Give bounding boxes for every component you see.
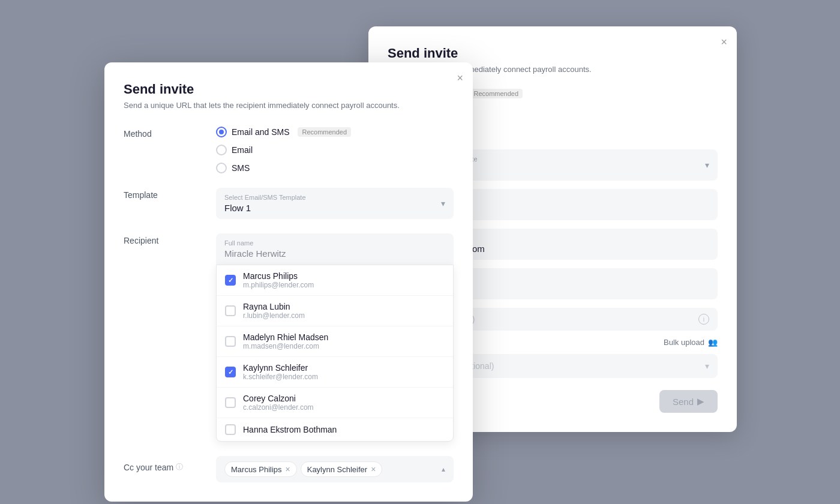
method-radio-group: Email and SMS Recommended Email SMS — [216, 127, 454, 173]
recipient-row: Recipient Full name Miracle Herwitz Marc… — [124, 233, 454, 442]
template-content: Select Email/SMS Template Flow 1 ▾ — [216, 188, 454, 219]
radio-email[interactable]: Email — [216, 145, 454, 155]
cc-info-icon: ⓘ — [176, 462, 183, 472]
bg-bulk-upload-icon: 👥 — [708, 338, 718, 347]
dropdown-item-kaylynn[interactable]: Kaylynn Schleifer k.schleifer@lender.com — [217, 357, 453, 388]
cc-field-chevron-icon: ▴ — [442, 465, 445, 473]
bg-send-label: Send — [673, 397, 694, 407]
checkbox-corey[interactable] — [225, 397, 236, 408]
dropdown-item-name-corey: Corey Calzoni — [243, 394, 314, 403]
radio-sms[interactable]: SMS — [216, 163, 454, 173]
checkbox-marcus[interactable] — [225, 275, 236, 286]
dropdown-item-name-kaylynn: Kaylynn Schleifer — [243, 363, 318, 373]
cc-tag-label-marcus: Marcus Philips — [231, 465, 282, 474]
dropdown-item-email-madelyn: m.madsen@lender.com — [243, 342, 328, 350]
dropdown-item-info: Marcus Philips m.philips@lender.com — [243, 271, 314, 289]
radio-circle-email — [216, 145, 227, 155]
recipient-dropdown: Marcus Philips m.philips@lender.com Rayn… — [216, 265, 454, 442]
cc-tag-kaylynn[interactable]: Kaylynn Schleifer × — [301, 461, 383, 477]
dropdown-item-marcus[interactable]: Marcus Philips m.philips@lender.com — [217, 265, 453, 296]
dropdown-item-info-rayna: Rayna Lubin r.lubin@lender.com — [243, 302, 305, 320]
cc-tag-marcus[interactable]: Marcus Philips × — [224, 461, 297, 477]
method-row: Method Email and SMS Recommended Email S… — [124, 127, 454, 173]
radio-label-email-sms: Email and SMS — [232, 127, 289, 137]
dropdown-item-email-rayna: r.lubin@lender.com — [243, 311, 305, 320]
bg-members-chevron-icon: ▾ — [705, 361, 709, 371]
template-dropdown-label: Select Email/SMS Template — [224, 194, 445, 201]
template-dropdown-chevron-icon: ▾ — [441, 199, 445, 208]
bg-send-arrow-icon: ▶ — [697, 396, 704, 407]
foreground-modal: × Send invite Send a unique URL that let… — [104, 62, 473, 502]
cc-tag-remove-kaylynn[interactable]: × — [371, 464, 376, 474]
dropdown-item-rayna[interactable]: Rayna Lubin r.lubin@lender.com — [217, 296, 453, 326]
cc-members-field[interactable]: Marcus Philips × Kaylynn Schleifer × ▴ — [216, 456, 454, 482]
radio-label-sms: SMS — [232, 163, 250, 173]
dropdown-item-name-hanna: Hanna Ekstrom Bothman — [243, 425, 337, 434]
dropdown-item-email-kaylynn: k.schleifer@lender.com — [243, 373, 318, 381]
recipient-field[interactable]: Full name Miracle Herwitz — [216, 233, 454, 265]
bg-template-chevron-icon: ▾ — [705, 160, 709, 170]
fg-close-button[interactable]: × — [457, 72, 463, 85]
recipient-content: Full name Miracle Herwitz Marcus Philips… — [216, 233, 454, 442]
checkbox-madelyn[interactable] — [225, 336, 236, 347]
method-content: Email and SMS Recommended Email SMS — [216, 127, 454, 173]
template-dropdown[interactable]: Select Email/SMS Template Flow 1 ▾ — [216, 188, 454, 219]
dropdown-item-email-marcus: m.philips@lender.com — [243, 281, 314, 289]
checkbox-hanna[interactable] — [225, 424, 236, 435]
radio-label-email: Email — [232, 145, 253, 155]
fg-modal-title: Send invite — [124, 82, 454, 97]
dropdown-item-info-kaylynn: Kaylynn Schleifer k.schleifer@lender.com — [243, 363, 318, 381]
radio-email-sms[interactable]: Email and SMS Recommended — [216, 127, 454, 137]
method-label: Method — [124, 127, 202, 173]
dropdown-item-email-corey: c.calzoni@lender.com — [243, 403, 314, 412]
dropdown-item-info-madelyn: Madelyn Rhiel Madsen m.madsen@lender.com — [243, 332, 328, 350]
bg-modal-title: Send invite — [388, 46, 718, 61]
radio-circle-email-sms — [216, 127, 227, 137]
cc-team-row: Cc your team ⓘ Marcus Philips × Kaylynn … — [124, 456, 454, 482]
bg-bulk-upload-label[interactable]: Bulk upload — [664, 338, 704, 347]
radio-circle-sms — [216, 163, 227, 173]
recipient-field-label: Full name — [224, 239, 445, 247]
dropdown-item-corey[interactable]: Corey Calzoni c.calzoni@lender.com — [217, 388, 453, 418]
dropdown-item-name-rayna: Rayna Lubin — [243, 302, 305, 311]
template-row: Template Select Email/SMS Template Flow … — [124, 188, 454, 219]
recipient-field-value: Miracle Herwitz — [224, 248, 445, 259]
bg-info-icon: i — [698, 314, 709, 325]
recipient-label: Recipient — [124, 233, 202, 442]
cc-tag-label-kaylynn: Kaylynn Schleifer — [307, 465, 367, 474]
bg-recommended-badge: Recommended — [469, 89, 523, 98]
bg-close-button[interactable]: × — [721, 36, 727, 49]
dropdown-item-name-marcus: Marcus Philips — [243, 271, 314, 281]
fg-modal-subtitle: Send a unique URL that lets the recipien… — [124, 101, 454, 110]
cc-label-text: Cc your team — [124, 463, 173, 472]
checkbox-kaylynn[interactable] — [225, 367, 236, 377]
template-label: Template — [124, 188, 202, 219]
recommended-badge: Recommended — [298, 127, 351, 137]
bg-send-button[interactable]: Send ▶ — [659, 390, 718, 413]
dropdown-item-hanna[interactable]: Hanna Ekstrom Bothman — [217, 418, 453, 441]
cc-tag-remove-marcus[interactable]: × — [286, 464, 290, 474]
template-dropdown-value: Flow 1 — [224, 203, 445, 213]
dropdown-item-madelyn[interactable]: Madelyn Rhiel Madsen m.madsen@lender.com — [217, 326, 453, 357]
cc-label: Cc your team ⓘ — [124, 456, 202, 472]
dropdown-item-name-madelyn: Madelyn Rhiel Madsen — [243, 332, 328, 342]
dropdown-item-info-hanna: Hanna Ekstrom Bothman — [243, 425, 337, 434]
recipient-container: Full name Miracle Herwitz Marcus Philips… — [216, 233, 454, 442]
dropdown-item-info-corey: Corey Calzoni c.calzoni@lender.com — [243, 394, 314, 412]
checkbox-rayna[interactable] — [225, 305, 236, 316]
